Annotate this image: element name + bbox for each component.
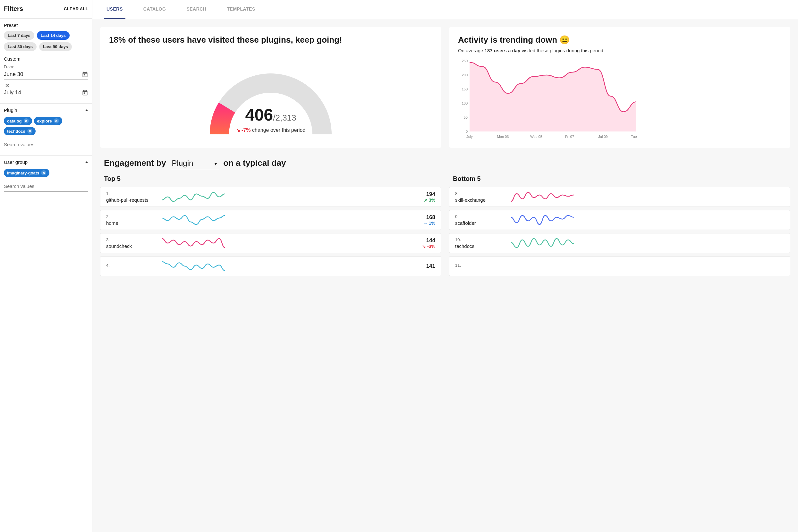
gauge-card: 18% of these users have visited these pl… (100, 27, 441, 148)
svg-text:0: 0 (466, 130, 468, 133)
item-rank: 4. (106, 263, 157, 268)
sparkline (162, 214, 226, 226)
to-date-value: July 14 (4, 90, 21, 96)
plugin-search-input[interactable] (4, 139, 88, 150)
bottom5-label: Bottom 5 (453, 175, 790, 183)
usergroup-filter-label: User group (4, 159, 27, 165)
svg-text:Jul 09: Jul 09 (598, 135, 607, 138)
svg-text:Fri 07: Fri 07 (565, 135, 574, 138)
clear-all-button[interactable]: CLEAR ALL (64, 6, 88, 11)
sparkline (162, 260, 226, 272)
gauge-change-label: change over this period (252, 127, 305, 133)
remove-tag-icon[interactable]: ✕ (24, 118, 29, 124)
delta-value: ↗ 3% (424, 197, 435, 203)
main-content: USERSCATALOGSEARCHTEMPLATES 18% of these… (92, 0, 798, 532)
remove-tag-icon[interactable]: ✕ (27, 129, 32, 134)
item-name: scaffolder (455, 220, 507, 226)
sparkline (510, 237, 574, 249)
item-value: 168 (415, 214, 435, 221)
engagement-title-pre: Engagement by (104, 158, 166, 168)
to-date-input[interactable]: July 14 (4, 88, 88, 98)
engagement-item[interactable]: 2. home 168 → 1% (100, 210, 441, 230)
preset-chip[interactable]: Last 14 days (37, 31, 70, 40)
engagement-item[interactable]: 9. scaffolder (449, 210, 790, 230)
plugin-filter-section: Plugin catalog✕explore✕techdocs✕ (0, 103, 92, 155)
svg-text:150: 150 (462, 87, 468, 91)
engagement-item[interactable]: 11. (449, 256, 790, 276)
item-rank: 1. (106, 191, 157, 196)
gauge-card-title: 18% of these users have visited these pl… (109, 35, 432, 45)
filters-sidebar: Filters CLEAR ALL Preset Last 7 daysLast… (0, 0, 92, 532)
filter-tag[interactable]: catalog✕ (4, 117, 32, 125)
filter-tag[interactable]: imaginary-goats✕ (4, 169, 50, 177)
item-name: github-pull-requests (106, 197, 157, 203)
engagement-item[interactable]: 10. techdocs (449, 233, 790, 253)
item-rank: 3. (106, 237, 157, 242)
to-label: To: (4, 83, 88, 88)
svg-text:July: July (467, 135, 473, 138)
custom-label: Custom (4, 56, 88, 61)
usergroup-filter-toggle[interactable]: User group (4, 159, 88, 165)
remove-tag-icon[interactable]: ✕ (41, 170, 46, 175)
svg-text:250: 250 (462, 59, 468, 63)
from-date-value: June 30 (4, 71, 23, 78)
item-value: 141 (415, 263, 435, 269)
usergroup-filter-section: User group imaginary-goats✕ (0, 155, 92, 197)
activity-card-title: Activity is trending down 😐 (458, 35, 781, 45)
item-rank: 8. (455, 191, 507, 196)
preset-chip[interactable]: Last 7 days (4, 31, 34, 40)
preset-label: Preset (4, 22, 88, 28)
filter-tag[interactable]: techdocs✕ (4, 127, 36, 135)
activity-card-subtitle: On average 187 users a day visited these… (458, 48, 781, 53)
activity-chart: 050100150200250JulyMon 03Wed 05Fri 07Jul… (458, 59, 638, 139)
bottom5-column: Bottom 5 8. skill-exchange 9. scaffolder (449, 175, 790, 279)
filter-tag[interactable]: explore✕ (34, 117, 62, 125)
usergroup-search-input[interactable] (4, 181, 88, 192)
calendar-icon (82, 71, 88, 78)
item-rank: 10. (455, 237, 507, 242)
sparkline (162, 237, 226, 249)
engagement-select[interactable]: Plugin (171, 157, 219, 169)
sparkline (162, 191, 226, 203)
from-date-input[interactable]: June 30 (4, 69, 88, 80)
chevron-up-icon (85, 109, 88, 111)
engagement-item[interactable]: 8. skill-exchange (449, 187, 790, 207)
top5-label: Top 5 (104, 175, 441, 183)
engagement-item[interactable]: 3. soundcheck 144 ↘ -3% (100, 233, 441, 253)
svg-text:Mon 03: Mon 03 (497, 135, 509, 138)
engagement-item[interactable]: 4. 141 (100, 256, 441, 276)
engagement-item[interactable]: 1. github-pull-requests 194 ↗ 3% (100, 187, 441, 207)
tab-templates[interactable]: TEMPLATES (225, 0, 258, 19)
gauge-change-pct: -7% (242, 127, 250, 133)
activity-card: Activity is trending down 😐 On average 1… (449, 27, 790, 148)
remove-tag-icon[interactable]: ✕ (54, 118, 59, 124)
item-name: home (106, 220, 157, 226)
item-rank: 2. (106, 214, 157, 219)
delta-value: → 1% (423, 221, 435, 226)
plugin-filter-toggle[interactable]: Plugin (4, 108, 88, 113)
svg-text:Tue 11: Tue 11 (631, 135, 638, 138)
preset-chip[interactable]: Last 90 days (39, 42, 72, 51)
item-name: techdocs (455, 243, 507, 249)
engagement-title-post: on a typical day (223, 158, 286, 168)
chevron-down-icon: ▾ (214, 161, 217, 167)
main-tabs: USERSCATALOGSEARCHTEMPLATES (92, 0, 798, 19)
item-name: soundcheck (106, 243, 157, 249)
item-rank: 9. (455, 214, 507, 219)
preset-section: Preset Last 7 daysLast 14 daysLast 30 da… (0, 19, 92, 103)
preset-chip[interactable]: Last 30 days (4, 42, 37, 51)
sparkline (510, 214, 574, 226)
tab-search[interactable]: SEARCH (184, 0, 209, 19)
svg-text:Wed 05: Wed 05 (530, 135, 543, 138)
svg-text:100: 100 (462, 101, 468, 105)
sparkline (510, 191, 574, 203)
gauge-value: 406 (245, 106, 273, 124)
tab-catalog[interactable]: CATALOG (141, 0, 169, 19)
trend-down-icon: ↘ (236, 127, 242, 133)
engagement-section: Engagement by Plugin ▾ on a typical day … (92, 155, 798, 287)
svg-text:50: 50 (464, 115, 468, 119)
tab-users[interactable]: USERS (104, 0, 126, 19)
from-label: From: (4, 65, 88, 69)
calendar-icon (82, 90, 88, 96)
item-rank: 11. (455, 263, 507, 268)
